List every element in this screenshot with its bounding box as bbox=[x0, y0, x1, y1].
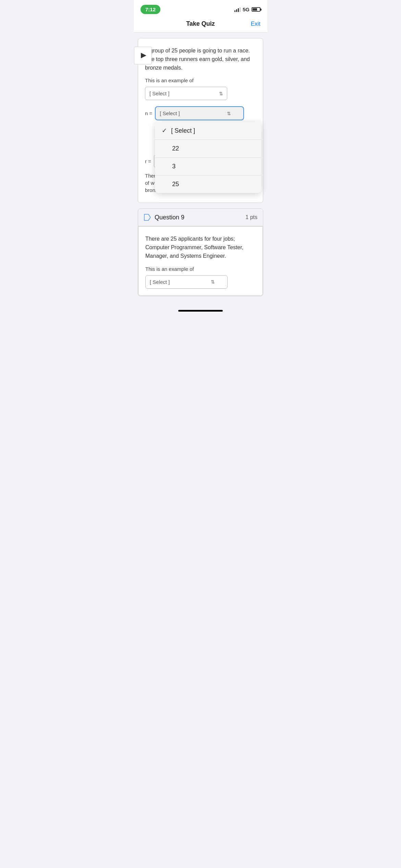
select-1-value: [ Select ] bbox=[149, 91, 169, 96]
select-2-wrapper: [ Select ] ⇅ ✓ [ Select ] 22 3 bbox=[155, 106, 244, 120]
question-8-body: A group of 25 people is going to run a r… bbox=[145, 47, 256, 72]
dropdown-item-25[interactable]: 25 bbox=[155, 176, 261, 193]
home-indicator bbox=[178, 310, 223, 312]
chevron-updown-q9-icon: ⇅ bbox=[211, 279, 215, 285]
question-9-body: There are 25 applicants for four jobs; C… bbox=[138, 226, 263, 296]
main-content: A group of 25 people is going to run a r… bbox=[134, 33, 267, 307]
tag-icon bbox=[144, 214, 151, 221]
select-2-value: [ Select ] bbox=[160, 110, 180, 116]
checkmark-icon: ✓ bbox=[162, 127, 167, 134]
status-bar: 7:12 5G bbox=[134, 0, 267, 17]
question-9-title-wrap: Question 9 bbox=[144, 214, 184, 221]
question-8-example-label: This is an example of bbox=[145, 77, 256, 83]
question-9-body-text: There are 25 applicants for four jobs; C… bbox=[145, 235, 256, 260]
dropdown-item-select-label: [ Select ] bbox=[171, 127, 195, 134]
dropdown-item-22-label: 22 bbox=[172, 145, 179, 152]
dropdown-item-22[interactable]: 22 bbox=[155, 140, 261, 158]
dropdown-item-25-label: 25 bbox=[172, 181, 179, 188]
question-9-points: 1 pts bbox=[245, 214, 257, 220]
r-label: r = bbox=[145, 158, 151, 164]
question-8-card: A group of 25 people is going to run a r… bbox=[138, 38, 263, 203]
question-9-container: Question 9 1 pts There are 25 applicants… bbox=[138, 208, 263, 296]
nav-bar: Take Quiz Exit bbox=[134, 17, 267, 33]
chevron-updown-2-icon: ⇅ bbox=[227, 111, 231, 116]
question-9-select-field[interactable]: [ Select ] ⇅ bbox=[145, 275, 228, 289]
question-9-title: Question 9 bbox=[155, 214, 184, 221]
network-label: 5G bbox=[243, 7, 250, 12]
exit-button[interactable]: Exit bbox=[251, 21, 260, 27]
nav-title: Take Quiz bbox=[186, 20, 215, 27]
battery-icon bbox=[252, 7, 260, 12]
status-time: 7:12 bbox=[141, 5, 160, 14]
select-1-field[interactable]: [ Select ] bbox=[145, 87, 227, 100]
question-9-select-wrapper: [ Select ] ⇅ bbox=[145, 275, 228, 289]
select-1-wrapper: [ Select ] ⇅ bbox=[145, 87, 227, 100]
dropdown-item-3-label: 3 bbox=[172, 163, 175, 170]
status-right: 5G bbox=[234, 7, 260, 12]
play-icon bbox=[141, 53, 146, 58]
select-2-field[interactable]: [ Select ] ⇅ bbox=[155, 106, 244, 120]
n-row: n = [ Select ] ⇅ ✓ [ Select ] 22 bbox=[145, 106, 256, 120]
signal-bars-icon bbox=[234, 7, 241, 12]
question-9-header: Question 9 1 pts bbox=[138, 209, 263, 226]
dropdown-item-select[interactable]: ✓ [ Select ] bbox=[155, 122, 261, 140]
question-9-example-label: This is an example of bbox=[145, 266, 256, 272]
dropdown-list: ✓ [ Select ] 22 3 25 bbox=[155, 122, 261, 193]
play-button[interactable] bbox=[134, 47, 152, 64]
n-label: n = bbox=[145, 110, 152, 116]
question-9-select-value: [ Select ] bbox=[150, 279, 170, 285]
dropdown-item-3[interactable]: 3 bbox=[155, 158, 261, 176]
